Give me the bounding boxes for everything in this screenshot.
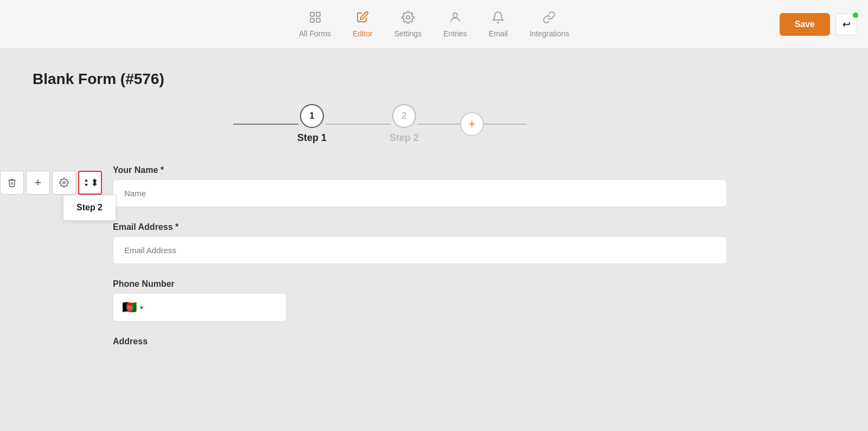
step-dropdown-label: Step 2: [76, 203, 103, 212]
editor-label: Editor: [353, 29, 373, 38]
entries-icon: [449, 11, 462, 26]
flag-emoji: 🇦🇫: [122, 300, 137, 314]
field-settings-button[interactable]: [52, 171, 76, 195]
nav-items: All Forms Editor Settings: [299, 11, 569, 38]
step2-wrapper: 2 Step 2: [390, 104, 419, 144]
step1-label: Step 1: [297, 132, 327, 144]
settings-label: Settings: [394, 29, 422, 38]
top-navigation: All Forms Editor Settings: [0, 0, 868, 49]
nav-editor[interactable]: Editor: [353, 11, 373, 38]
nav-all-forms[interactable]: All Forms: [299, 11, 331, 38]
step-dropdown[interactable]: Step 2: [63, 195, 116, 221]
phone-number-field: Phone Number 🇦🇫 ▼: [113, 279, 727, 321]
your-name-label: Your Name *: [113, 165, 727, 175]
email-icon: [492, 11, 505, 26]
flag-selector[interactable]: 🇦🇫 ▼: [122, 300, 144, 314]
email-address-label: Email Address *: [113, 222, 727, 232]
settings-icon: [401, 11, 414, 26]
address-field: Address: [113, 337, 727, 346]
save-button[interactable]: Save: [780, 13, 830, 36]
add-field-button[interactable]: +: [26, 171, 50, 195]
address-label: Address: [113, 337, 727, 346]
your-name-field: Your Name *: [113, 165, 727, 207]
phone-input-wrapper[interactable]: 🇦🇫 ▼: [113, 293, 286, 321]
svg-marker-7: [85, 179, 87, 182]
integrations-label: Integrations: [529, 29, 569, 38]
svg-rect-2: [316, 12, 320, 16]
flag-dropdown-arrow: ▼: [139, 305, 144, 311]
step1-wrapper: 1 Step 1: [297, 104, 327, 144]
svg-marker-8: [85, 184, 87, 186]
email-address-field: Email Address *: [113, 222, 727, 264]
phone-number-label: Phone Number: [113, 279, 727, 289]
entries-label: Entries: [443, 29, 467, 38]
svg-point-4: [406, 16, 410, 19]
field-toolbar: + ⬍: [0, 171, 102, 195]
step1-number: 1: [310, 111, 315, 121]
svg-rect-0: [310, 12, 314, 16]
step1-circle[interactable]: 1: [300, 104, 324, 128]
add-step-wrapper: +: [460, 112, 484, 136]
nav-entries[interactable]: Entries: [443, 11, 467, 38]
svg-rect-1: [310, 18, 314, 22]
toolbar-area: + ⬍: [0, 165, 727, 362]
move-button[interactable]: ⬍: [78, 171, 102, 195]
all-forms-icon: [309, 11, 322, 26]
nav-email[interactable]: Email: [489, 11, 508, 38]
step-indicator: 1 Step 1 2 Step 2 +: [33, 104, 727, 144]
top-right-actions: Save ↩: [780, 13, 857, 36]
your-name-input[interactable]: [113, 179, 727, 207]
form-title: Blank Form (#576): [33, 70, 727, 88]
svg-point-6: [63, 182, 66, 184]
integrations-icon: [542, 11, 556, 26]
step2-label: Step 2: [390, 132, 419, 144]
nav-integrations[interactable]: Integrations: [529, 11, 569, 38]
editor-icon: [356, 11, 369, 26]
step2-circle[interactable]: 2: [392, 104, 416, 128]
add-step-circle[interactable]: +: [460, 112, 484, 136]
add-step-icon: +: [469, 117, 476, 131]
step2-number: 2: [402, 111, 407, 121]
svg-rect-3: [316, 18, 320, 22]
add-icon: +: [35, 176, 42, 190]
form-fields: Your Name * Email Address * Phone Number…: [113, 165, 727, 362]
nav-settings[interactable]: Settings: [394, 11, 422, 38]
svg-point-5: [453, 13, 457, 17]
green-dot-indicator: [853, 12, 858, 18]
undo-icon: ↩: [843, 18, 851, 30]
delete-button[interactable]: [0, 171, 24, 195]
all-forms-label: All Forms: [299, 29, 331, 38]
undo-button[interactable]: ↩: [835, 14, 857, 35]
email-label: Email: [489, 29, 508, 38]
main-content: Blank Form (#576) 1 Step 1 2 Step 2 +: [0, 49, 760, 383]
email-address-input[interactable]: [113, 236, 727, 264]
